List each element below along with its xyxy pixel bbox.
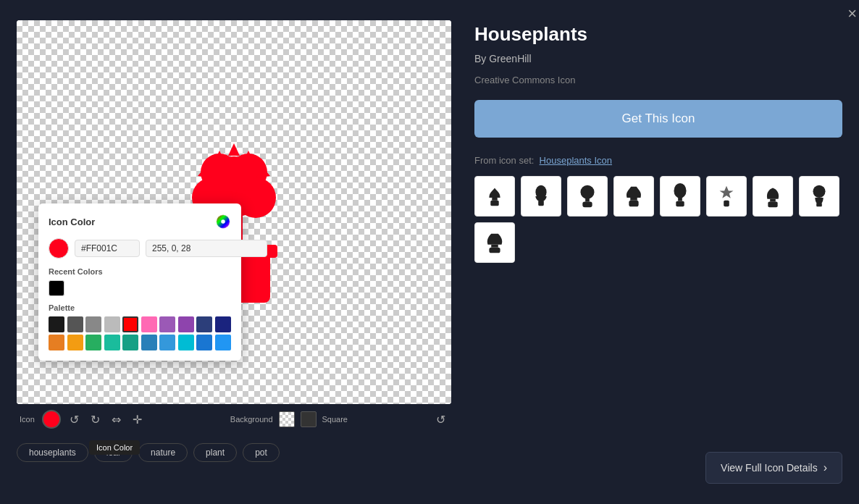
- view-details-label: View Full Icon Details: [721, 462, 818, 474]
- bottom-bar: View Full Icon Details ›: [474, 443, 842, 484]
- svg-rect-17: [492, 198, 498, 201]
- close-button[interactable]: ×: [847, 6, 857, 22]
- palette-swatch[interactable]: [215, 316, 231, 332]
- icon-thumb-8[interactable]: [799, 176, 839, 217]
- move-button[interactable]: ✛: [130, 411, 145, 428]
- icon-thumb-6[interactable]: [706, 176, 747, 217]
- palette-swatch[interactable]: [67, 316, 83, 332]
- tag-nature[interactable]: nature: [138, 443, 188, 462]
- icon-color-button[interactable]: [42, 410, 61, 429]
- svg-rect-22: [585, 198, 590, 202]
- toolbar-left: Icon ↺ ↻ ⇔ ✛: [20, 410, 145, 429]
- color-picker-header: Icon Color: [49, 214, 231, 230]
- icon-thumb-2[interactable]: [521, 176, 561, 217]
- svg-point-16: [221, 219, 225, 224]
- hex-input[interactable]: [75, 240, 140, 257]
- svg-rect-25: [629, 201, 638, 207]
- from-set-prefix: From icon set:: [474, 155, 534, 166]
- reset-button[interactable]: ↺: [433, 411, 448, 428]
- svg-point-21: [581, 185, 595, 199]
- recent-colors-label: Recent Colors: [49, 267, 231, 276]
- recent-color-black[interactable]: [49, 280, 64, 296]
- svg-rect-33: [816, 203, 822, 207]
- palette-grid: [49, 316, 231, 350]
- from-set-line: From icon set: Houseplants Icon: [474, 155, 842, 166]
- palette-label: Palette: [49, 303, 231, 312]
- toolbar-right: ↺: [433, 411, 448, 428]
- palette-swatch[interactable]: [159, 316, 175, 332]
- rotate-left-button[interactable]: ↺: [67, 411, 82, 428]
- svg-rect-24: [630, 198, 637, 201]
- tags-row: houseplants leaf nature plant pot: [17, 443, 451, 462]
- color-wheel-icon[interactable]: [215, 214, 231, 230]
- palette-swatch[interactable]: [178, 316, 194, 332]
- palette-swatch[interactable]: [104, 335, 120, 350]
- palette-swatch[interactable]: [49, 316, 64, 332]
- tag-houseplants[interactable]: houseplants: [17, 443, 88, 462]
- get-icon-button[interactable]: Get This Icon: [474, 100, 842, 138]
- square-bg-swatch[interactable]: [301, 411, 317, 427]
- palette-swatch[interactable]: [141, 316, 157, 332]
- palette-swatch[interactable]: [159, 335, 175, 350]
- palette-swatch[interactable]: [85, 335, 101, 350]
- palette-swatch[interactable]: [122, 316, 138, 332]
- bg-section-label: Background: [230, 415, 273, 424]
- author-line: By GreenHill: [474, 53, 842, 64]
- svg-rect-27: [678, 198, 682, 201]
- color-picker-title: Icon Color: [49, 217, 95, 227]
- icon-thumb-5[interactable]: [660, 176, 700, 217]
- svg-marker-8: [228, 143, 240, 156]
- palette-swatch[interactable]: [141, 335, 157, 350]
- right-panel: Houseplants By GreenHill Creative Common…: [474, 20, 842, 484]
- tag-leaf[interactable]: leaf: [94, 443, 133, 462]
- palette-swatch[interactable]: [196, 316, 212, 332]
- rotate-right-button[interactable]: ↻: [88, 411, 103, 428]
- color-picker-popup: Icon Color: [38, 203, 241, 361]
- svg-point-32: [813, 185, 825, 198]
- color-swatch-red[interactable]: [49, 238, 69, 259]
- palette-swatch[interactable]: [122, 335, 138, 350]
- svg-point-26: [674, 183, 686, 198]
- icon-thumb-9[interactable]: [474, 222, 515, 263]
- modal-content: ×: [17, 20, 842, 484]
- svg-rect-31: [768, 202, 777, 208]
- icon-thumb-1[interactable]: [474, 176, 515, 217]
- svg-rect-34: [491, 245, 498, 248]
- icon-grid: [474, 176, 842, 263]
- left-panel: ⁂ Icon Color: [17, 20, 451, 484]
- icon-section-label: Icon: [20, 415, 35, 424]
- palette-swatch[interactable]: [49, 335, 64, 350]
- from-set-link[interactable]: Houseplants Icon: [540, 155, 612, 166]
- palette-swatch[interactable]: [67, 335, 83, 350]
- icon-thumb-3[interactable]: [567, 176, 608, 217]
- icon-preview-area: ⁂ Icon Color: [17, 20, 451, 404]
- svg-rect-29: [724, 201, 729, 207]
- svg-rect-18: [490, 201, 498, 206]
- toolbar-row: Icon ↺ ↻ ⇔ ✛ Background Square ↺ Icon Co…: [17, 404, 451, 434]
- svg-rect-30: [770, 199, 776, 202]
- flip-button[interactable]: ⇔: [109, 411, 124, 428]
- svg-rect-28: [676, 201, 684, 207]
- svg-rect-35: [489, 248, 500, 253]
- view-details-button[interactable]: View Full Icon Details ›: [705, 452, 842, 484]
- recent-colors-row: [49, 280, 231, 296]
- color-input-row: [49, 238, 231, 259]
- toolbar-middle: Background Square: [230, 411, 348, 427]
- icon-thumb-7[interactable]: [753, 176, 793, 217]
- chevron-right-icon: ›: [824, 461, 827, 474]
- license-line: Creative Commons Icon: [474, 75, 842, 85]
- transparent-bg-button[interactable]: [279, 411, 295, 427]
- svg-rect-20: [538, 201, 544, 206]
- palette-swatch[interactable]: [104, 316, 120, 332]
- palette-swatch[interactable]: [215, 335, 231, 350]
- icon-name: Houseplants: [474, 23, 842, 46]
- tag-plant[interactable]: plant: [193, 443, 237, 462]
- icon-thumb-4[interactable]: [613, 176, 654, 217]
- palette-swatch[interactable]: [196, 335, 212, 350]
- square-label: Square: [322, 415, 348, 424]
- svg-rect-23: [582, 202, 592, 208]
- rgb-input[interactable]: [146, 240, 267, 257]
- palette-swatch[interactable]: [178, 335, 194, 350]
- palette-swatch[interactable]: [85, 316, 101, 332]
- tag-pot[interactable]: pot: [243, 443, 280, 462]
